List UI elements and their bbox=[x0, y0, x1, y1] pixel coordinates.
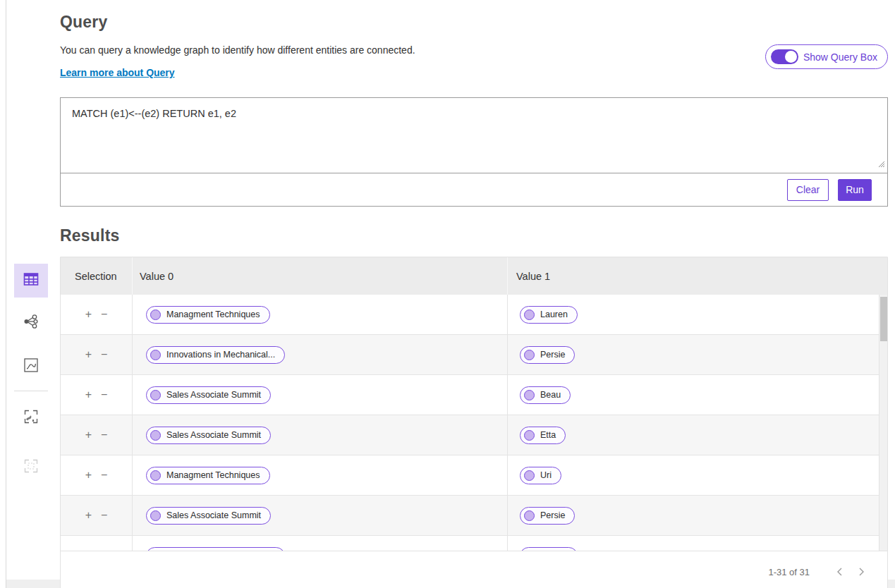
entity-icon bbox=[150, 470, 161, 481]
entity-pill[interactable]: Uri bbox=[520, 467, 561, 484]
entity-icon bbox=[150, 551, 161, 551]
pagination-bar: 1-31 of 31 bbox=[61, 551, 887, 588]
add-to-selection-button[interactable]: + bbox=[85, 470, 92, 481]
entity-pill[interactable]: Managment Techniques bbox=[146, 467, 270, 484]
add-to-selection-button[interactable]: + bbox=[85, 429, 92, 441]
entity-pill[interactable]: Managment Techniques bbox=[146, 306, 270, 324]
table-row: + − Innovations in Mechanical... Persie bbox=[61, 335, 887, 375]
next-page-button[interactable] bbox=[851, 561, 872, 582]
entity-pill[interactable]: Persie bbox=[520, 346, 575, 364]
chart-icon bbox=[23, 357, 39, 376]
remove-from-selection-button[interactable]: − bbox=[101, 429, 107, 441]
table-header: Selection Value 0 Value 1 bbox=[61, 257, 887, 295]
table-row: + − Sales Associate Summit Beau bbox=[61, 375, 887, 415]
remove-from-selection-button[interactable]: − bbox=[101, 510, 107, 521]
table-row: + − Managment Techniques Lauren bbox=[61, 295, 887, 335]
rail-separator bbox=[14, 391, 48, 391]
entity-pill[interactable]: Beau bbox=[520, 386, 571, 404]
entity-icon bbox=[150, 510, 161, 521]
add-to-selection-button[interactable]: + bbox=[85, 349, 92, 360]
query-input[interactable]: MATCH (e1)<--(e2) RETURN e1, e2 bbox=[61, 98, 887, 173]
remove-from-selection-button[interactable]: − bbox=[101, 309, 107, 320]
table-row: + − Sales Associate Summit Etta bbox=[61, 415, 887, 455]
entity-pill[interactable]: Lauren bbox=[520, 547, 578, 551]
query-page: Query Show Query Box You can query a kno… bbox=[0, 0, 895, 588]
entity-icon bbox=[524, 470, 535, 481]
remove-from-selection-button[interactable]: − bbox=[101, 389, 107, 400]
entity-pill[interactable]: Innovations in Mechanical... bbox=[146, 346, 285, 364]
entity-icon bbox=[524, 430, 535, 441]
results-table-card: Selection Value 0 Value 1 + − Managment … bbox=[60, 257, 888, 588]
query-footer: Clear Run bbox=[61, 173, 887, 206]
clear-button[interactable]: Clear bbox=[787, 179, 829, 201]
add-to-selection-button[interactable]: + bbox=[85, 510, 92, 521]
entity-icon bbox=[524, 551, 535, 551]
pagination-range-label: 1-31 of 31 bbox=[768, 567, 810, 577]
map-icon bbox=[23, 409, 39, 427]
column-header-value1: Value 1 bbox=[507, 257, 887, 295]
sidebar-item-link-chart-view[interactable] bbox=[14, 306, 48, 340]
resize-grip-icon[interactable] bbox=[877, 158, 885, 171]
sidebar-item-map-view[interactable] bbox=[14, 401, 48, 435]
sidebar-item-layout-view[interactable] bbox=[14, 451, 48, 484]
entity-icon bbox=[524, 510, 535, 521]
table-scrollbar[interactable] bbox=[879, 295, 887, 551]
column-header-value0: Value 0 bbox=[132, 257, 507, 295]
previous-page-button[interactable] bbox=[829, 561, 851, 582]
entity-icon bbox=[150, 350, 161, 360]
toggle-switch-icon[interactable] bbox=[771, 49, 798, 64]
entity-icon bbox=[524, 350, 535, 360]
table-row: + − Innovations in Mechanical... Lauren bbox=[61, 536, 887, 551]
entity-pill[interactable]: Innovations in Mechanical... bbox=[146, 547, 285, 551]
run-button[interactable]: Run bbox=[838, 179, 872, 201]
entity-icon bbox=[150, 310, 161, 320]
entity-pill[interactable]: Sales Associate Summit bbox=[146, 386, 271, 404]
entity-icon bbox=[150, 430, 161, 441]
remove-from-selection-button[interactable]: − bbox=[101, 349, 107, 360]
entity-icon bbox=[524, 310, 535, 320]
view-switcher-rail bbox=[14, 264, 48, 484]
entity-pill[interactable]: Lauren bbox=[520, 306, 578, 324]
learn-more-link[interactable]: Learn more about Query bbox=[60, 67, 175, 78]
toggle-label: Show Query Box bbox=[803, 51, 877, 63]
remove-from-selection-button[interactable]: − bbox=[101, 470, 107, 481]
entity-icon bbox=[150, 390, 161, 400]
remove-from-selection-button[interactable]: − bbox=[101, 550, 107, 551]
layout-icon bbox=[23, 458, 39, 477]
entity-pill[interactable]: Sales Associate Summit bbox=[146, 427, 271, 444]
page-description: You can query a knowledge graph to ident… bbox=[60, 44, 888, 56]
show-query-box-toggle[interactable]: Show Query Box bbox=[765, 44, 888, 69]
scrollbar-thumb[interactable] bbox=[880, 297, 887, 341]
entity-pill[interactable]: Persie bbox=[520, 507, 575, 525]
entity-icon bbox=[524, 390, 535, 400]
table-row: + − Managment Techniques Uri bbox=[61, 455, 887, 496]
add-to-selection-button[interactable]: + bbox=[85, 389, 92, 400]
table-row: + − Sales Associate Summit Persie bbox=[61, 496, 887, 536]
column-header-selection: Selection bbox=[61, 271, 132, 282]
link-chart-icon bbox=[23, 313, 39, 333]
add-to-selection-button[interactable]: + bbox=[85, 309, 92, 320]
sidebar-item-chart-view[interactable] bbox=[14, 350, 48, 384]
panel-divider bbox=[6, 0, 6, 588]
add-to-selection-button[interactable]: + bbox=[85, 550, 92, 551]
page-title: Query bbox=[60, 13, 888, 32]
query-box: MATCH (e1)<--(e2) RETURN e1, e2 Clear Ru… bbox=[60, 97, 888, 207]
entity-pill[interactable]: Etta bbox=[520, 427, 566, 444]
table-icon bbox=[23, 271, 39, 290]
table-body: + − Managment Techniques Lauren + − Inno… bbox=[61, 295, 887, 551]
entity-pill[interactable]: Sales Associate Summit bbox=[146, 507, 271, 525]
main-content: Query Show Query Box You can query a kno… bbox=[60, 0, 888, 588]
sidebar-item-table-view[interactable] bbox=[14, 264, 48, 298]
results-title: Results bbox=[60, 226, 888, 245]
